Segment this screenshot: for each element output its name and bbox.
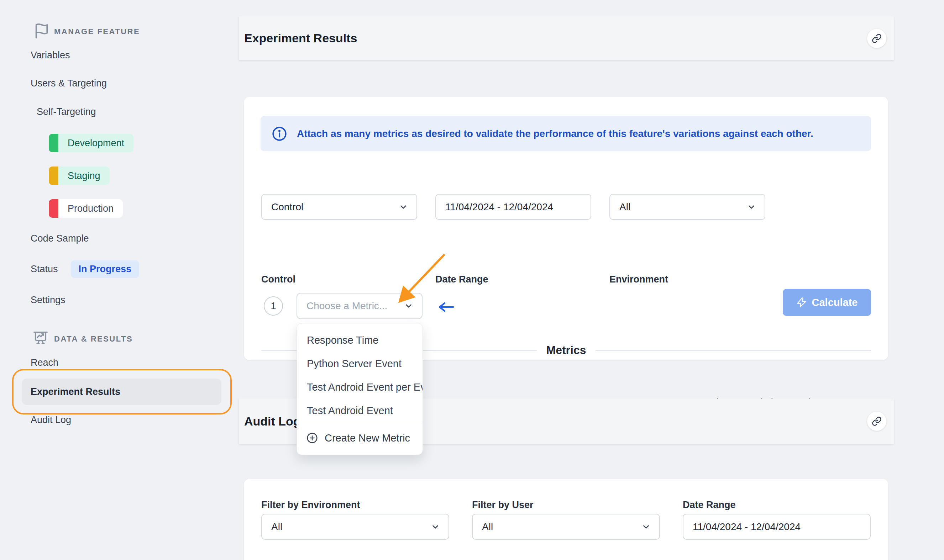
date-range-label: Date Range (435, 274, 488, 285)
filter-environment-value: All (271, 521, 282, 532)
env-label: Staging (59, 166, 109, 185)
experiment-results-card: Attach as many metrics as desired to val… (244, 97, 888, 360)
blue-left-arrow-icon (436, 301, 454, 313)
sidebar-item-status[interactable]: Status In Progress (31, 260, 139, 278)
chevron-down-icon (399, 202, 408, 212)
menu-item-test-android-event-per-event[interactable]: Test Android Event per Event (297, 375, 422, 399)
menu-item-test-android-event[interactable]: Test Android Event (297, 399, 422, 422)
create-new-metric-label: Create New Metric (325, 432, 410, 444)
filter-user-label: Filter by User (472, 500, 534, 511)
environment-select-value: All (619, 202, 630, 213)
info-banner: Attach as many metrics as desired to val… (260, 116, 871, 151)
choose-metric-placeholder: Choose a Metric... (306, 300, 387, 312)
control-select-value: Control (271, 202, 303, 213)
env-label: Production (59, 199, 123, 218)
filter-environment-label: Filter by Environment (261, 500, 360, 511)
control-label: Control (261, 274, 296, 285)
link-icon (872, 416, 882, 426)
sidebar-item-settings[interactable]: Settings (31, 295, 66, 306)
copy-link-button[interactable] (867, 412, 886, 431)
filter-user-value: All (482, 521, 493, 532)
create-new-metric-button[interactable]: Create New Metric (297, 426, 422, 451)
link-icon (872, 34, 882, 43)
sidebar-item-variables[interactable]: Variables (31, 50, 70, 61)
calculate-button-label: Calculate (812, 297, 858, 308)
orange-highlight-annotation (12, 369, 232, 414)
metric-row-number: 1 (264, 296, 283, 315)
copy-link-button[interactable] (867, 29, 886, 48)
metric-dropdown-menu: Response Time Python Server Event Test A… (297, 323, 423, 455)
divider-line (596, 350, 871, 351)
env-label: Development (59, 134, 134, 152)
status-label: Status (31, 264, 58, 275)
menu-divider (297, 424, 422, 424)
menu-item-response-time[interactable]: Response Time (297, 328, 422, 352)
control-select[interactable]: Control (261, 194, 417, 220)
audit-date-range-label: Date Range (683, 500, 736, 511)
sidebar-item-env-production[interactable]: Production (49, 199, 123, 218)
sidebar-item-self-targeting[interactable]: Self-Targeting (37, 106, 96, 117)
env-color-development (49, 134, 59, 152)
page-title: Experiment Results (244, 31, 357, 45)
environment-select[interactable]: All (610, 194, 765, 220)
sidebar-item-users-targeting[interactable]: Users & Targeting (31, 78, 107, 89)
manage-feature-section-label: MANAGE FEATURE (54, 27, 140, 36)
info-icon (271, 126, 288, 142)
presentation-chart-icon (32, 330, 49, 348)
metrics-heading: Metrics (546, 344, 586, 357)
data-results-section-label: DATA & RESULTS (54, 334, 133, 344)
menu-item-python-server-event[interactable]: Python Server Event (297, 352, 422, 375)
date-range-input[interactable]: 11/04/2024 - 12/04/2024 (435, 194, 591, 220)
chevron-down-icon (431, 522, 440, 532)
env-color-production (49, 199, 59, 218)
experiment-results-header: Experiment Results (239, 16, 894, 60)
chevron-down-icon (747, 202, 756, 212)
audit-log-title: Audit Log (244, 414, 301, 428)
sidebar-item-env-development[interactable]: Development (49, 134, 134, 152)
chevron-down-icon (404, 302, 413, 311)
zap-icon (796, 297, 807, 308)
audit-log-filters-card: Filter by Environment All Filter by User… (244, 479, 888, 560)
sidebar-item-audit-log[interactable]: Audit Log (31, 414, 71, 426)
env-color-staging (49, 166, 59, 185)
date-range-value: 11/04/2024 - 12/04/2024 (445, 202, 553, 213)
calculate-button[interactable]: Calculate (783, 289, 871, 316)
filter-user-select[interactable]: All (472, 514, 660, 540)
choose-metric-select[interactable]: Choose a Metric... (297, 293, 422, 319)
plus-circle-icon (306, 432, 318, 444)
sidebar-item-code-sample[interactable]: Code Sample (31, 233, 89, 244)
page: MANAGE FEATURE Variables Users & Targeti… (0, 0, 944, 560)
environment-label: Environment (610, 274, 668, 285)
chevron-down-icon (641, 522, 651, 532)
filter-environment-select[interactable]: All (261, 514, 449, 540)
flag-icon (34, 23, 50, 40)
info-banner-text: Attach as many metrics as desired to val… (297, 128, 813, 140)
sidebar-item-env-staging[interactable]: Staging (49, 166, 109, 185)
status-badge: In Progress (71, 260, 140, 278)
audit-date-range-value: 11/04/2024 - 12/04/2024 (693, 521, 801, 532)
audit-date-range-input[interactable]: 11/04/2024 - 12/04/2024 (683, 514, 871, 540)
sidebar-item-reach[interactable]: Reach (31, 357, 59, 368)
